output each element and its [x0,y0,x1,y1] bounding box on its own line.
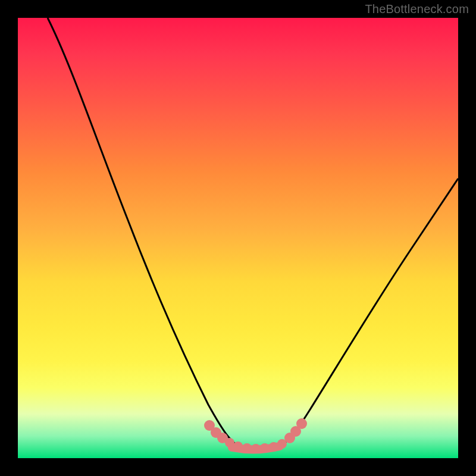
bottleneck-curve [48,18,458,449]
chart-frame: TheBottleneck.com [0,0,476,476]
svg-point-12 [296,418,307,429]
watermark-text: TheBottleneck.com [365,2,469,16]
curve-layer [18,18,458,458]
plot-area [18,18,458,458]
